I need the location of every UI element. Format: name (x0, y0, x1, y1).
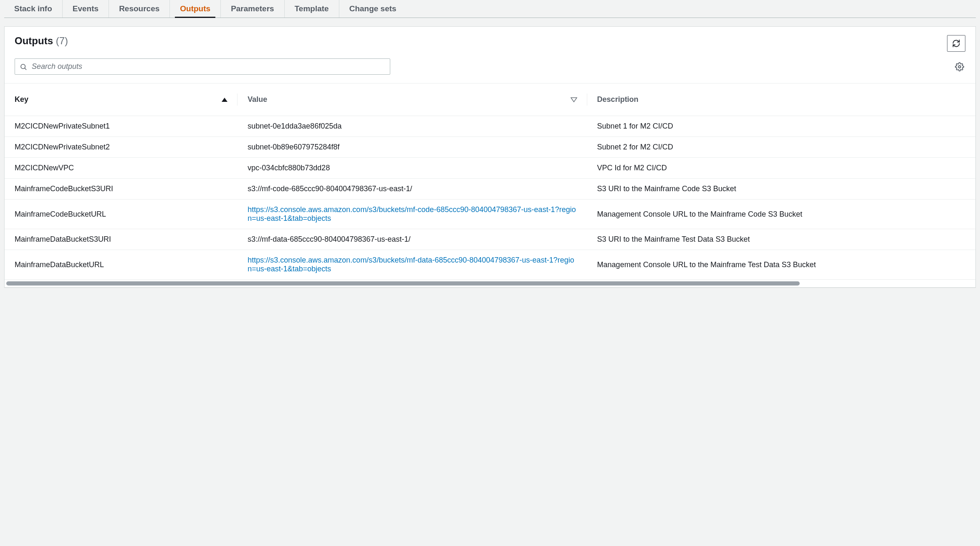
cell-key: M2CICDNewPrivateSubnet2 (5, 137, 237, 158)
sort-asc-icon (222, 98, 227, 102)
tab-label: Parameters (231, 4, 274, 13)
settings-button[interactable] (954, 61, 965, 73)
column-header-value[interactable]: Value (237, 83, 587, 116)
panel-title: Outputs (7) (15, 35, 68, 47)
column-header-description-label: Description (597, 95, 639, 104)
table-row: MainframeCodeBucketURLhttps://s3.console… (5, 200, 975, 229)
tab-outputs[interactable]: Outputs (170, 0, 221, 18)
tab-bar: Stack infoEventsResourcesOutputsParamete… (4, 0, 976, 18)
tab-template[interactable]: Template (285, 0, 339, 18)
panel-count: (7) (56, 35, 68, 46)
tab-label: Resources (119, 4, 159, 13)
refresh-icon (952, 39, 960, 48)
tab-parameters[interactable]: Parameters (221, 0, 285, 18)
tab-resources[interactable]: Resources (109, 0, 170, 18)
cell-value: https://s3.console.aws.amazon.com/s3/buc… (237, 250, 587, 280)
sort-neutral-icon (571, 97, 577, 102)
search-input[interactable] (15, 58, 390, 75)
value-link[interactable]: https://s3.console.aws.amazon.com/s3/buc… (248, 256, 574, 273)
tab-stack-info[interactable]: Stack info (4, 0, 63, 18)
tab-change-sets[interactable]: Change sets (339, 0, 407, 18)
tab-label: Template (295, 4, 329, 13)
cell-key: MainframeCodeBucketS3URI (5, 179, 237, 200)
cell-description: Subnet 2 for M2 CI/CD (587, 137, 975, 158)
refresh-button[interactable] (947, 35, 965, 52)
cell-key: MainframeCodeBucketURL (5, 200, 237, 229)
cell-value: https://s3.console.aws.amazon.com/s3/buc… (237, 200, 587, 229)
table-row: MainframeDataBucketS3URIs3://mf-data-685… (5, 229, 975, 250)
outputs-panel: Outputs (7) Key (4, 26, 976, 288)
cell-description: Subnet 1 for M2 CI/CD (587, 116, 975, 137)
tab-label: Events (73, 4, 99, 13)
cell-value: subnet-0e1dda3ae86f025da (237, 116, 587, 137)
table-row: M2CICDNewPrivateSubnet2subnet-0b89e60797… (5, 137, 975, 158)
cell-value: subnet-0b89e607975284f8f (237, 137, 587, 158)
panel-title-text: Outputs (15, 35, 53, 46)
column-header-description[interactable]: Description (587, 83, 975, 116)
tab-label: Outputs (180, 4, 210, 13)
table-row: MainframeCodeBucketS3URIs3://mf-code-685… (5, 179, 975, 200)
cell-description: S3 URI to the Mainframe Test Data S3 Buc… (587, 229, 975, 250)
tab-label: Stack info (14, 4, 52, 13)
cell-description: Management Console URL to the Mainframe … (587, 200, 975, 229)
cell-key: MainframeDataBucketURL (5, 250, 237, 280)
table-row: M2CICDNewVPCvpc-034cbfc880b73dd28VPC Id … (5, 158, 975, 179)
column-header-value-label: Value (248, 95, 267, 104)
cell-description: Management Console URL to the Mainframe … (587, 250, 975, 280)
column-header-key-label: Key (15, 95, 28, 104)
table-row: M2CICDNewPrivateSubnet1subnet-0e1dda3ae8… (5, 116, 975, 137)
tab-label: Change sets (349, 4, 397, 13)
scrollbar-thumb[interactable] (6, 281, 800, 286)
cell-key: MainframeDataBucketS3URI (5, 229, 237, 250)
svg-point-0 (21, 64, 25, 69)
cell-value: vpc-034cbfc880b73dd28 (237, 158, 587, 179)
value-link[interactable]: https://s3.console.aws.amazon.com/s3/buc… (248, 205, 576, 222)
svg-line-1 (25, 68, 26, 69)
cell-value: s3://mf-code-685ccc90-804004798367-us-ea… (237, 179, 587, 200)
gear-icon (955, 62, 964, 71)
table-row: MainframeDataBucketURLhttps://s3.console… (5, 250, 975, 280)
outputs-table: Key Value (5, 83, 975, 280)
cell-value: s3://mf-data-685ccc90-804004798367-us-ea… (237, 229, 587, 250)
cell-description: S3 URI to the Mainframe Code S3 Bucket (587, 179, 975, 200)
cell-key: M2CICDNewPrivateSubnet1 (5, 116, 237, 137)
search-icon (20, 63, 27, 71)
horizontal-scrollbar[interactable] (6, 281, 974, 286)
cell-key: M2CICDNewVPC (5, 158, 237, 179)
column-header-key[interactable]: Key (5, 83, 237, 116)
svg-point-2 (958, 66, 961, 68)
search-box (15, 58, 390, 75)
svg-marker-3 (571, 98, 577, 102)
tab-events[interactable]: Events (63, 0, 109, 18)
cell-description: VPC Id for M2 CI/CD (587, 158, 975, 179)
